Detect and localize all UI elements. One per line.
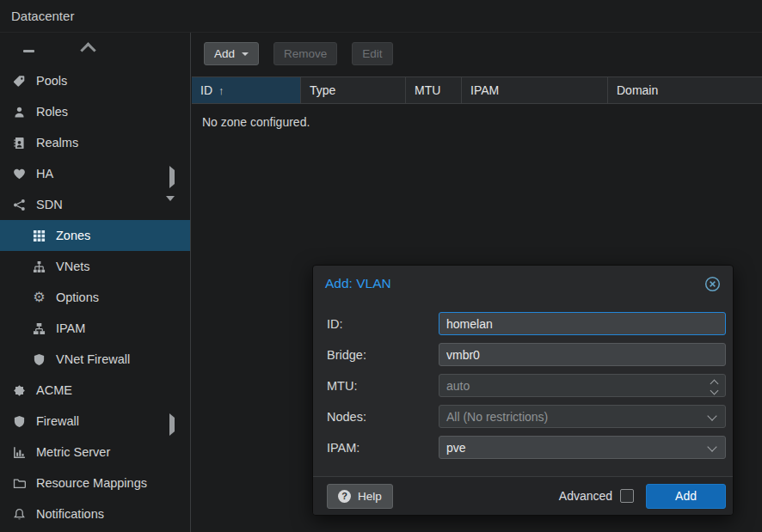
sidebar-item-label: Metric Server bbox=[36, 445, 110, 459]
sidebar-item-label: VNet Firewall bbox=[56, 352, 130, 366]
sidebar-item-ha[interactable]: HA bbox=[0, 158, 190, 189]
sidebar-item-label: SDN bbox=[36, 198, 63, 211]
sidebar-item-realms[interactable]: Realms bbox=[0, 127, 190, 158]
chevron-right-icon[interactable] bbox=[169, 418, 175, 431]
sidebar-item-roles[interactable]: Roles bbox=[0, 96, 190, 127]
edit-button-label: Edit bbox=[362, 47, 382, 60]
sidebar-item-vnets[interactable]: VNets bbox=[0, 251, 190, 282]
nodes-select[interactable]: All (No restrictions) bbox=[439, 405, 726, 428]
dialog-form: ID: Bridge: MTU: auto Nodes: All (No res… bbox=[313, 302, 733, 476]
shield-icon bbox=[32, 353, 46, 366]
edit-button[interactable]: Edit bbox=[352, 42, 392, 65]
advanced-label[interactable]: Advanced bbox=[559, 489, 612, 503]
sort-ascending-icon: ↑ bbox=[218, 84, 224, 97]
folder-icon bbox=[12, 477, 27, 490]
mtu-field-label: MTU: bbox=[327, 374, 439, 397]
close-icon[interactable] bbox=[704, 276, 721, 292]
spinner-arrows-icon[interactable] bbox=[711, 379, 717, 394]
column-header-type[interactable]: Type bbox=[301, 77, 406, 103]
sidebar-item-label: Firewall bbox=[36, 414, 79, 428]
certificate-icon bbox=[12, 384, 27, 397]
sidebar-item-vnet-firewall[interactable]: VNet Firewall bbox=[0, 344, 190, 375]
question-circle-icon: ? bbox=[338, 490, 351, 503]
heartbeat-icon bbox=[12, 168, 27, 180]
chevron-down-icon[interactable] bbox=[166, 201, 175, 215]
sidebar-item-label: IPAM bbox=[56, 321, 85, 335]
sidebar-item-label: Zones bbox=[56, 229, 90, 242]
sidebar-item-label: Notifications bbox=[36, 507, 104, 521]
sidebar-item-acme[interactable]: ACME bbox=[0, 375, 190, 406]
zones-toolbar: Add Remove Edit bbox=[192, 33, 762, 76]
sidebar-item-label: Resource Mappings bbox=[36, 476, 147, 490]
advanced-checkbox[interactable] bbox=[620, 489, 634, 503]
sidebar-item-label: Pools bbox=[36, 74, 67, 88]
sidebar-item-firewall[interactable]: Firewall bbox=[0, 406, 190, 437]
zones-table-header: ID ↑ Type MTU IPAM Domain bbox=[192, 76, 762, 104]
column-label: ID bbox=[200, 83, 212, 97]
column-label: MTU bbox=[415, 83, 440, 97]
remove-button-label: Remove bbox=[284, 47, 327, 60]
sidebar-item-sdn[interactable]: SDN bbox=[0, 189, 190, 220]
partial-icon bbox=[23, 50, 34, 52]
dialog-title: Add: VLAN bbox=[325, 276, 391, 291]
sidebar-item-label: Realms bbox=[36, 136, 78, 150]
column-header-domain[interactable]: Domain bbox=[608, 77, 762, 103]
chevron-right-icon[interactable] bbox=[169, 170, 175, 184]
ipam-field-label: IPAM: bbox=[327, 436, 439, 459]
gear-icon: ⚙ bbox=[32, 290, 46, 304]
column-label: Type bbox=[310, 83, 335, 97]
remove-button[interactable]: Remove bbox=[273, 42, 337, 65]
column-label: Domain bbox=[617, 83, 658, 97]
bell-icon bbox=[12, 508, 27, 521]
add-button-label: Add bbox=[214, 47, 235, 60]
id-field-wrap bbox=[439, 312, 726, 335]
add-button[interactable]: Add bbox=[204, 42, 259, 65]
sidebar-item-options[interactable]: ⚙ Options bbox=[0, 282, 190, 313]
help-button[interactable]: ? Help bbox=[327, 484, 393, 509]
mtu-value: auto bbox=[446, 379, 470, 393]
sidebar-item-label: Options bbox=[56, 290, 99, 304]
chevron-up-icon bbox=[80, 42, 95, 58]
id-field-label: ID: bbox=[327, 312, 439, 335]
tags-icon bbox=[12, 75, 27, 88]
dialog-header[interactable]: Add: VLAN bbox=[313, 266, 733, 302]
column-label: IPAM bbox=[470, 83, 499, 97]
chevron-down-icon bbox=[242, 52, 249, 56]
add-vlan-dialog: Add: VLAN ID: Bridge: MTU: auto Nodes: A… bbox=[312, 265, 734, 516]
sitemap-icon bbox=[32, 260, 46, 273]
network-share-icon bbox=[12, 199, 27, 211]
sidebar-item-metric-server[interactable]: Metric Server bbox=[0, 437, 190, 468]
sidebar-item-resource-mappings[interactable]: Resource Mappings bbox=[0, 468, 190, 498]
dialog-add-button-label: Add bbox=[675, 489, 697, 503]
address-book-icon bbox=[12, 137, 27, 150]
sidebar-item-notifications[interactable]: Notifications bbox=[0, 498, 190, 529]
id-input[interactable] bbox=[439, 312, 726, 335]
column-header-id[interactable]: ID ↑ bbox=[192, 77, 301, 103]
shield-icon bbox=[12, 415, 27, 428]
nodes-value: All (No restrictions) bbox=[446, 410, 548, 424]
page-title: Datacenter bbox=[11, 9, 74, 23]
sidebar-item-label: HA bbox=[36, 167, 53, 180]
sidebar-tree: Pools Roles Realms HA SDN Zones VNets ⚙ … bbox=[0, 33, 191, 532]
bridge-field-wrap bbox=[439, 343, 726, 366]
nodes-field-label: Nodes: bbox=[327, 405, 439, 428]
sidebar-item-pools[interactable]: Pools bbox=[0, 65, 190, 96]
user-icon bbox=[12, 106, 27, 119]
top-bar: Datacenter bbox=[0, 0, 762, 33]
column-header-mtu[interactable]: MTU bbox=[406, 77, 462, 103]
ipam-select[interactable]: pve bbox=[439, 436, 726, 459]
mtu-spinner[interactable]: auto bbox=[439, 374, 726, 397]
network-wired-icon bbox=[32, 322, 46, 335]
sidebar-item-label: Roles bbox=[36, 105, 68, 119]
bridge-input[interactable] bbox=[439, 343, 726, 366]
sidebar-item-zones[interactable]: Zones bbox=[0, 220, 190, 251]
sidebar-item-label: VNets bbox=[56, 260, 90, 273]
column-header-ipam[interactable]: IPAM bbox=[462, 77, 608, 103]
dialog-footer: ? Help Advanced Add bbox=[313, 476, 733, 515]
ipam-field-wrap: pve bbox=[439, 436, 726, 459]
sidebar-item-partial[interactable] bbox=[0, 33, 190, 65]
sidebar-item-ipam[interactable]: IPAM bbox=[0, 313, 190, 344]
sidebar-item-label: ACME bbox=[36, 383, 72, 397]
dialog-add-button[interactable]: Add bbox=[646, 484, 726, 509]
bar-chart-icon bbox=[12, 446, 27, 459]
